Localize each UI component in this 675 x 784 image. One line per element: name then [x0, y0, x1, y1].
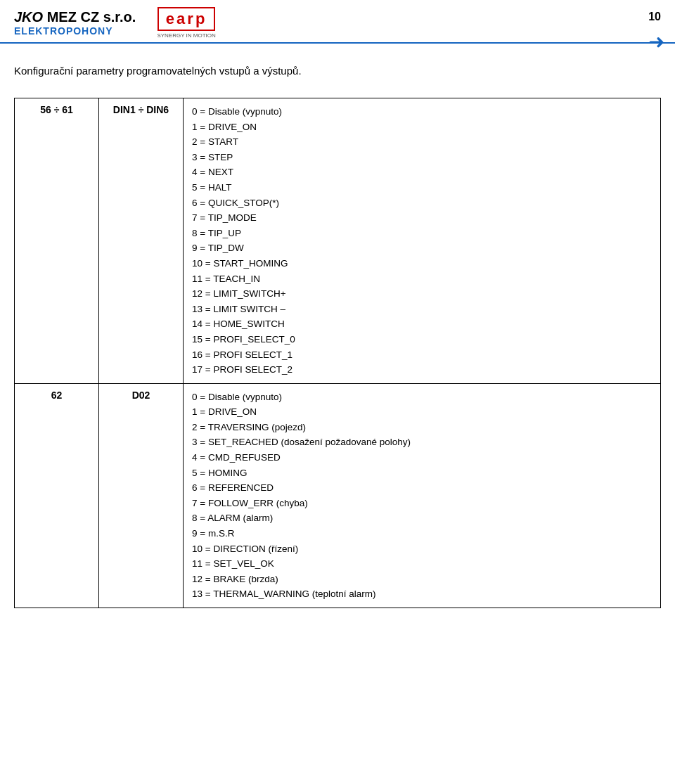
content-line: 1 = DRIVE_ON	[192, 120, 652, 135]
brand-subtitle: ELEKTROPOHONY	[14, 25, 136, 37]
content-line: 9 = m.S.R	[192, 526, 652, 541]
page-description: Konfigurační parametry programovatelných…	[0, 44, 675, 91]
table-row-1: 56 ÷ 61 DIN1 ÷ DIN6 0 = Disable (vypnuto…	[15, 98, 661, 384]
content-line: 8 = TIP_UP	[192, 226, 652, 241]
row2-content: 0 = Disable (vypnuto)1 = DRIVE_ON2 = TRA…	[184, 383, 661, 608]
content-line: 13 = THERMAL_WARNING (teplotní alarm)	[192, 586, 652, 602]
content-line: 13 = LIMIT SWITCH –	[192, 302, 652, 317]
content-line: 0 = Disable (vypnuto)	[192, 390, 652, 405]
content-line: 3 = SET_REACHED (dosažení požadované pol…	[192, 435, 652, 450]
content-line: 2 = START	[192, 134, 652, 150]
content-line: 12 = BRAKE (brzda)	[192, 572, 652, 587]
content-line: 4 = CMD_REFUSED	[192, 450, 652, 465]
content-line: 6 = QUICK_STOP(*)	[192, 195, 652, 211]
content-line: 5 = HALT	[192, 180, 652, 195]
table-row-2: 62 D02 0 = Disable (vypnuto)1 = DRIVE_ON…	[15, 383, 661, 608]
content-line: 8 = ALARM (alarm)	[192, 510, 652, 526]
content-line: 5 = HOMING	[192, 465, 652, 481]
row1-label: DIN1 ÷ DIN6	[99, 98, 184, 384]
content-line: 9 = TIP_DW	[192, 240, 652, 256]
content-line: 11 = TEACH_IN	[192, 271, 652, 287]
content-line: 12 = LIMIT_SWITCH+	[192, 286, 652, 302]
content-line: 7 = FOLLOW_ERR (chyba)	[192, 496, 652, 511]
content-line: 2 = TRAVERSING (pojezd)	[192, 420, 652, 435]
row2-label: D02	[99, 383, 184, 608]
brand-mez: MEZ CZ s.r.o.	[43, 9, 136, 25]
arrow-icon: ➜	[648, 32, 664, 52]
content-line: 11 = SET_VEL_OK	[192, 556, 652, 572]
page-number: 10	[648, 11, 661, 23]
row1-content: 0 = Disable (vypnuto)1 = DRIVE_ON2 = STA…	[184, 98, 661, 384]
content-line: 3 = STEP	[192, 150, 652, 165]
content-line: 7 = TIP_MODE	[192, 210, 652, 226]
page-header: JKO MEZ CZ s.r.o. ELEKTROPOHONY earp SYN…	[0, 0, 675, 44]
row2-parent-label: 62	[15, 383, 99, 608]
earp-logo: earp	[158, 7, 215, 31]
content-line: 15 = PROFI_SELECT_0	[192, 332, 652, 347]
content-line: 4 = NEXT	[192, 165, 652, 180]
content-line: 10 = DIRECTION (řízení)	[192, 541, 652, 557]
logo-area: earp SYNERGY IN MOTION	[157, 7, 215, 39]
earp-tagline: SYNERGY IN MOTION	[157, 32, 215, 39]
brand-area: JKO MEZ CZ s.r.o. ELEKTROPOHONY	[14, 9, 136, 37]
content-line: 14 = HOME_SWITCH	[192, 316, 652, 332]
brand-jko: JKO	[14, 9, 43, 25]
content-line: 17 = PROFI SELECT_2	[192, 362, 652, 378]
main-table: 56 ÷ 61 DIN1 ÷ DIN6 0 = Disable (vypnuto…	[14, 98, 661, 608]
brand-title: JKO MEZ CZ s.r.o.	[14, 9, 136, 25]
content-line: 6 = REFERENCED	[192, 480, 652, 496]
content-line: 0 = Disable (vypnuto)	[192, 104, 652, 120]
row1-parent-label: 56 ÷ 61	[15, 98, 99, 384]
content-line: 10 = START_HOMING	[192, 256, 652, 271]
content-line: 1 = DRIVE_ON	[192, 404, 652, 420]
content-line: 16 = PROFI SELECT_1	[192, 347, 652, 363]
